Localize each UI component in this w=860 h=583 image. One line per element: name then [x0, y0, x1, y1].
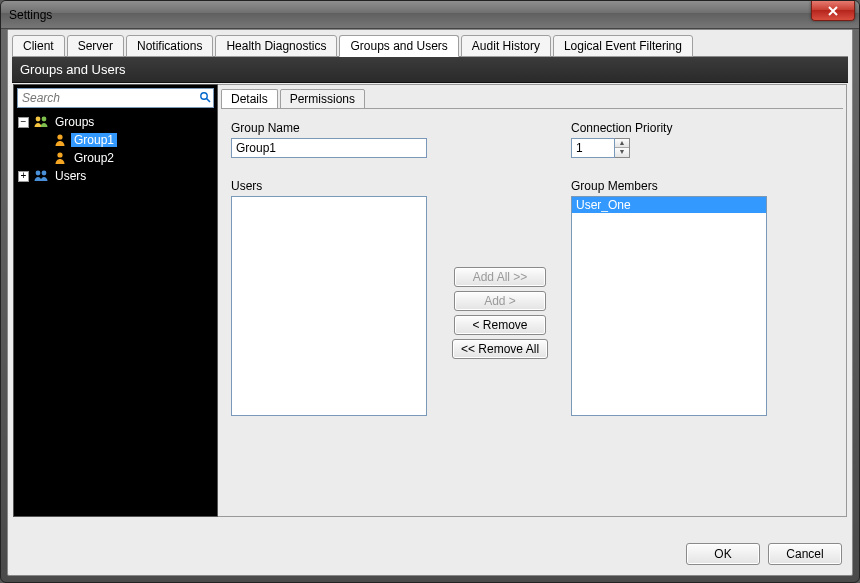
spinner-down-icon[interactable]: ▼ [615, 148, 629, 157]
subtab-details[interactable]: Details [221, 89, 278, 109]
close-button[interactable] [811, 1, 855, 21]
svg-point-6 [36, 171, 41, 176]
tree-label-groups: Groups [52, 115, 97, 129]
members-listbox[interactable]: User_One [571, 196, 767, 416]
add-button[interactable]: Add > [454, 291, 546, 311]
users-listbox[interactable] [231, 196, 427, 416]
search-icon[interactable] [197, 91, 213, 106]
tree-node-group1[interactable]: Group1 [14, 131, 217, 149]
connection-priority-spinner[interactable]: ▲ ▼ [571, 138, 672, 158]
expand-icon[interactable]: + [18, 171, 29, 182]
groups-icon [33, 114, 49, 130]
connection-priority-input[interactable] [571, 138, 615, 158]
connection-priority-label: Connection Priority [571, 121, 672, 135]
svg-point-4 [57, 134, 62, 139]
subtab-permissions[interactable]: Permissions [280, 89, 365, 109]
svg-point-0 [201, 92, 207, 98]
svg-point-5 [57, 152, 62, 157]
details-panel: Group Name Connection Priority ▲ ▼ [221, 108, 843, 515]
panel-header: Groups and Users [12, 56, 848, 83]
group-name-label: Group Name [231, 121, 427, 135]
svg-point-7 [42, 171, 47, 176]
titlebar[interactable]: Settings [1, 1, 859, 29]
tree: − Groups Group1 [14, 111, 217, 516]
settings-window: Settings Client Server Notifications Hea… [0, 0, 860, 583]
tree-label-group1: Group1 [71, 133, 117, 147]
remove-button[interactable]: < Remove [454, 315, 546, 335]
tree-label-group2: Group2 [71, 151, 117, 165]
tree-node-groups[interactable]: − Groups [14, 113, 217, 131]
group-name-input[interactable] [231, 138, 427, 158]
sidebar: − Groups Group1 [13, 84, 218, 517]
person-icon [52, 132, 68, 148]
svg-point-3 [42, 117, 47, 122]
close-icon [827, 6, 839, 16]
remove-all-button[interactable]: << Remove All [452, 339, 548, 359]
svg-line-1 [207, 98, 211, 102]
panel-body: − Groups Group1 [12, 83, 848, 518]
sub-tabs: Details Permissions [218, 85, 846, 108]
list-item[interactable]: User_One [572, 197, 766, 213]
collapse-icon[interactable]: − [18, 117, 29, 128]
add-all-button[interactable]: Add All >> [454, 267, 546, 287]
search-input[interactable] [18, 91, 197, 105]
users-list-label: Users [231, 179, 427, 193]
spinner-up-icon[interactable]: ▲ [615, 139, 629, 148]
tab-groups-and-users[interactable]: Groups and Users [339, 35, 458, 57]
person-icon [52, 150, 68, 166]
tab-client[interactable]: Client [12, 35, 65, 57]
tab-health-diagnostics[interactable]: Health Diagnostics [215, 35, 337, 57]
tree-node-group2[interactable]: Group2 [14, 149, 217, 167]
tab-logical-event-filtering[interactable]: Logical Event Filtering [553, 35, 693, 57]
content-pane: Details Permissions Group Name Connectio… [218, 84, 847, 517]
members-list-label: Group Members [571, 179, 767, 193]
users-icon [33, 168, 49, 184]
cancel-button[interactable]: Cancel [768, 543, 842, 565]
main-tabs: Client Server Notifications Health Diagn… [8, 30, 852, 56]
search-box[interactable] [17, 88, 214, 108]
window-title: Settings [7, 8, 52, 22]
tab-server[interactable]: Server [67, 35, 124, 57]
ok-button[interactable]: OK [686, 543, 760, 565]
tree-label-users: Users [52, 169, 89, 183]
tab-notifications[interactable]: Notifications [126, 35, 213, 57]
dialog-footer: OK Cancel [686, 543, 842, 565]
svg-point-2 [36, 117, 41, 122]
tree-node-users[interactable]: + Users [14, 167, 217, 185]
tab-audit-history[interactable]: Audit History [461, 35, 551, 57]
client-area: Client Server Notifications Health Diagn… [7, 29, 853, 576]
